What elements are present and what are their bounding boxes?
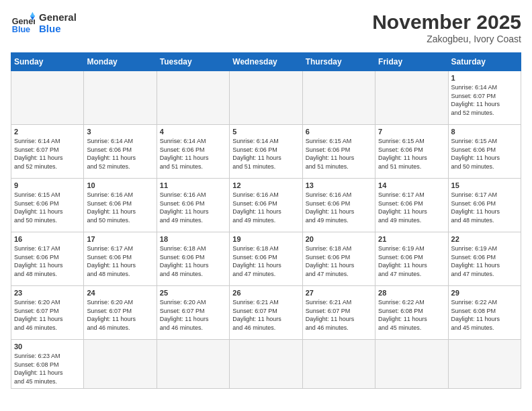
month-title: November 2025 <box>372 11 521 34</box>
calendar-cell: 21Sunrise: 6:19 AM Sunset: 6:06 PM Dayli… <box>375 232 448 286</box>
calendar-cell: 24Sunrise: 6:20 AM Sunset: 6:07 PM Dayli… <box>84 286 157 340</box>
day-number: 29 <box>451 289 518 297</box>
calendar-cell: 27Sunrise: 6:21 AM Sunset: 6:07 PM Dayli… <box>302 286 375 340</box>
day-info: Sunrise: 6:22 AM Sunset: 6:08 PM Dayligh… <box>451 298 518 332</box>
svg-marker-3 <box>30 12 35 17</box>
day-info: Sunrise: 6:15 AM Sunset: 6:06 PM Dayligh… <box>306 137 372 171</box>
day-info: Sunrise: 6:17 AM Sunset: 6:06 PM Dayligh… <box>378 191 445 224</box>
day-info: Sunrise: 6:14 AM Sunset: 6:06 PM Dayligh… <box>160 137 226 171</box>
svg-text:Blue: Blue <box>12 25 30 34</box>
day-number: 18 <box>160 235 226 243</box>
day-number: 25 <box>160 289 226 297</box>
day-info: Sunrise: 6:18 AM Sunset: 6:06 PM Dayligh… <box>306 244 372 278</box>
day-info: Sunrise: 6:20 AM Sunset: 6:07 PM Dayligh… <box>160 298 226 332</box>
calendar-cell <box>230 71 302 125</box>
calendar-cell: 13Sunrise: 6:16 AM Sunset: 6:06 PM Dayli… <box>302 179 375 232</box>
day-number: 24 <box>87 289 153 297</box>
day-number: 26 <box>232 289 299 297</box>
day-number: 10 <box>87 181 153 189</box>
day-number: 2 <box>14 128 81 136</box>
day-info: Sunrise: 6:17 AM Sunset: 6:06 PM Dayligh… <box>87 244 153 278</box>
calendar-week-3: 16Sunrise: 6:17 AM Sunset: 6:06 PM Dayli… <box>11 232 521 286</box>
day-number: 11 <box>160 181 226 189</box>
day-info: Sunrise: 6:18 AM Sunset: 6:06 PM Dayligh… <box>160 244 226 278</box>
calendar-cell <box>302 340 375 389</box>
calendar-table: SundayMondayTuesdayWednesdayThursdayFrid… <box>11 52 521 389</box>
day-number: 9 <box>14 181 81 189</box>
day-number: 20 <box>306 235 372 243</box>
logo-icon: General Blue <box>11 11 35 35</box>
calendar-cell: 1Sunrise: 6:14 AM Sunset: 6:07 PM Daylig… <box>448 71 521 125</box>
calendar-week-2: 9Sunrise: 6:15 AM Sunset: 6:06 PM Daylig… <box>11 179 521 232</box>
calendar-cell: 8Sunrise: 6:15 AM Sunset: 6:06 PM Daylig… <box>448 125 521 179</box>
calendar-cell: 29Sunrise: 6:22 AM Sunset: 6:08 PM Dayli… <box>448 286 521 340</box>
day-number: 27 <box>306 289 372 297</box>
calendar-cell: 25Sunrise: 6:20 AM Sunset: 6:07 PM Dayli… <box>157 286 229 340</box>
calendar-cell: 23Sunrise: 6:20 AM Sunset: 6:07 PM Dayli… <box>11 286 84 340</box>
calendar-cell: 28Sunrise: 6:22 AM Sunset: 6:08 PM Dayli… <box>375 286 448 340</box>
page-header: General Blue General Blue November 2025 … <box>11 11 521 44</box>
col-header-sunday: Sunday <box>11 53 84 71</box>
calendar-cell <box>230 340 302 389</box>
calendar-cell: 19Sunrise: 6:18 AM Sunset: 6:06 PM Dayli… <box>230 232 302 286</box>
day-number: 14 <box>378 181 445 189</box>
day-number: 15 <box>451 181 518 189</box>
calendar-week-1: 2Sunrise: 6:14 AM Sunset: 6:07 PM Daylig… <box>11 125 521 179</box>
calendar-cell: 16Sunrise: 6:17 AM Sunset: 6:06 PM Dayli… <box>11 232 84 286</box>
day-info: Sunrise: 6:16 AM Sunset: 6:06 PM Dayligh… <box>160 191 226 224</box>
calendar-cell: 2Sunrise: 6:14 AM Sunset: 6:07 PM Daylig… <box>11 125 84 179</box>
calendar-week-0: 1Sunrise: 6:14 AM Sunset: 6:07 PM Daylig… <box>11 71 521 125</box>
logo-blue-text: Blue <box>39 23 77 34</box>
day-info: Sunrise: 6:22 AM Sunset: 6:08 PM Dayligh… <box>378 298 445 332</box>
calendar-cell <box>302 71 375 125</box>
day-info: Sunrise: 6:16 AM Sunset: 6:06 PM Dayligh… <box>306 191 372 224</box>
day-info: Sunrise: 6:21 AM Sunset: 6:07 PM Dayligh… <box>306 298 372 332</box>
col-header-friday: Friday <box>375 53 448 71</box>
calendar-week-4: 23Sunrise: 6:20 AM Sunset: 6:07 PM Dayli… <box>11 286 521 340</box>
title-block: November 2025 Zakogbeu, Ivory Coast <box>372 11 521 44</box>
day-info: Sunrise: 6:16 AM Sunset: 6:06 PM Dayligh… <box>232 191 299 224</box>
day-info: Sunrise: 6:18 AM Sunset: 6:06 PM Dayligh… <box>232 244 299 278</box>
day-info: Sunrise: 6:15 AM Sunset: 6:06 PM Dayligh… <box>451 137 518 171</box>
day-info: Sunrise: 6:19 AM Sunset: 6:06 PM Dayligh… <box>378 244 445 278</box>
logo: General Blue General Blue <box>11 11 77 35</box>
logo-general-text: General <box>39 11 77 23</box>
location: Zakogbeu, Ivory Coast <box>372 34 521 44</box>
day-info: Sunrise: 6:14 AM Sunset: 6:06 PM Dayligh… <box>87 137 153 171</box>
day-number: 30 <box>14 342 81 351</box>
day-info: Sunrise: 6:17 AM Sunset: 6:06 PM Dayligh… <box>14 244 81 278</box>
calendar-cell: 22Sunrise: 6:19 AM Sunset: 6:06 PM Dayli… <box>448 232 521 286</box>
calendar-cell <box>157 71 229 125</box>
day-info: Sunrise: 6:23 AM Sunset: 6:08 PM Dayligh… <box>14 352 81 385</box>
calendar-cell <box>448 340 521 389</box>
day-number: 12 <box>232 181 299 189</box>
day-number: 5 <box>232 128 299 136</box>
calendar-cell: 11Sunrise: 6:16 AM Sunset: 6:06 PM Dayli… <box>157 179 229 232</box>
calendar-cell <box>11 71 84 125</box>
calendar-cell: 18Sunrise: 6:18 AM Sunset: 6:06 PM Dayli… <box>157 232 229 286</box>
day-info: Sunrise: 6:15 AM Sunset: 6:06 PM Dayligh… <box>378 137 445 171</box>
calendar-cell: 4Sunrise: 6:14 AM Sunset: 6:06 PM Daylig… <box>157 125 229 179</box>
day-info: Sunrise: 6:14 AM Sunset: 6:07 PM Dayligh… <box>14 137 81 171</box>
day-number: 4 <box>160 128 226 136</box>
day-number: 13 <box>306 181 372 189</box>
day-info: Sunrise: 6:20 AM Sunset: 6:07 PM Dayligh… <box>14 298 81 332</box>
day-info: Sunrise: 6:17 AM Sunset: 6:06 PM Dayligh… <box>451 191 518 224</box>
calendar-week-5: 30Sunrise: 6:23 AM Sunset: 6:08 PM Dayli… <box>11 340 521 389</box>
calendar-cell: 5Sunrise: 6:14 AM Sunset: 6:06 PM Daylig… <box>230 125 302 179</box>
day-number: 3 <box>87 128 153 136</box>
day-info: Sunrise: 6:16 AM Sunset: 6:06 PM Dayligh… <box>87 191 153 224</box>
day-number: 16 <box>14 235 81 243</box>
day-number: 17 <box>87 235 153 243</box>
day-number: 8 <box>451 128 518 136</box>
calendar-cell: 14Sunrise: 6:17 AM Sunset: 6:06 PM Dayli… <box>375 179 448 232</box>
calendar-cell: 9Sunrise: 6:15 AM Sunset: 6:06 PM Daylig… <box>11 179 84 232</box>
calendar-cell: 20Sunrise: 6:18 AM Sunset: 6:06 PM Dayli… <box>302 232 375 286</box>
calendar-cell <box>375 71 448 125</box>
calendar-cell: 3Sunrise: 6:14 AM Sunset: 6:06 PM Daylig… <box>84 125 157 179</box>
col-header-monday: Monday <box>84 53 157 71</box>
day-number: 7 <box>378 128 445 136</box>
col-header-wednesday: Wednesday <box>230 53 302 71</box>
day-number: 23 <box>14 289 81 297</box>
day-number: 22 <box>451 235 518 243</box>
